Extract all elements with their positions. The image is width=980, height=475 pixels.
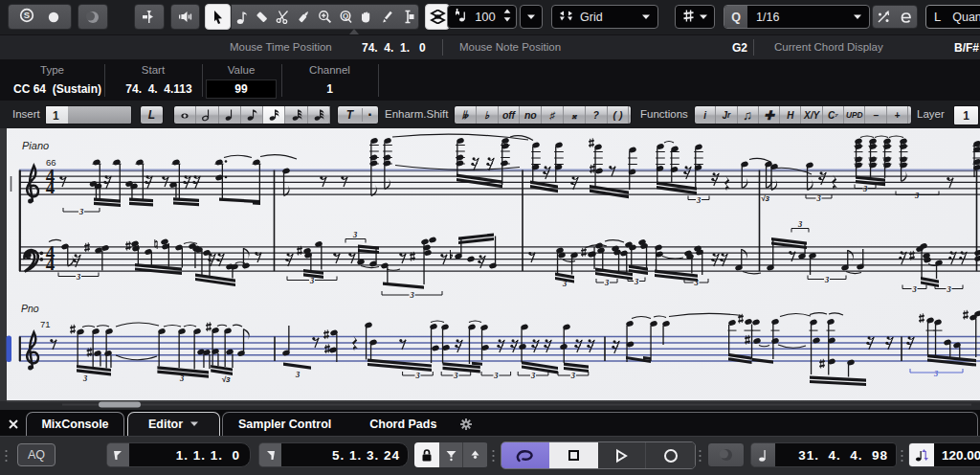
svg-text:3: 3 [414,371,420,380]
svg-text:3: 3 [824,275,830,284]
svg-text:3: 3 [914,191,920,200]
svg-text:3: 3 [634,277,639,286]
svg-text:3: 3 [76,272,81,282]
svg-text:4: 4 [46,254,56,274]
svg-text:3: 3 [815,193,821,203]
svg-text:3: 3 [409,290,414,300]
svg-text:Pno: Pno [21,303,39,314]
svg-text:3: 3 [862,184,868,193]
svg-text:3: 3 [946,284,951,294]
svg-text:Q: Q [343,11,348,20]
svg-text:3: 3 [82,373,88,383]
svg-text:3: 3 [797,219,803,229]
svg-text:3: 3 [696,195,702,205]
svg-text:3: 3 [693,278,699,287]
svg-text:3: 3 [493,371,499,380]
svg-text:S: S [23,10,29,20]
svg-text:Piano: Piano [22,140,49,151]
svg-text:3: 3 [453,371,458,380]
svg-text:3: 3 [562,279,568,288]
svg-text:3: 3 [78,207,84,216]
svg-text:3: 3 [530,371,536,380]
svg-text:3: 3 [911,284,917,294]
svg-text:3: 3 [933,369,939,378]
svg-text:3: 3 [179,373,185,383]
svg-text:√3: √3 [761,194,769,203]
svg-text:3: 3 [352,230,358,239]
svg-text:3: 3 [570,371,576,380]
svg-text:3: 3 [309,276,315,285]
svg-text:4: 4 [46,177,56,197]
svg-text:71: 71 [40,319,51,329]
svg-text:√3: √3 [222,375,231,384]
svg-text:3: 3 [295,370,301,379]
svg-text:3: 3 [604,278,610,287]
